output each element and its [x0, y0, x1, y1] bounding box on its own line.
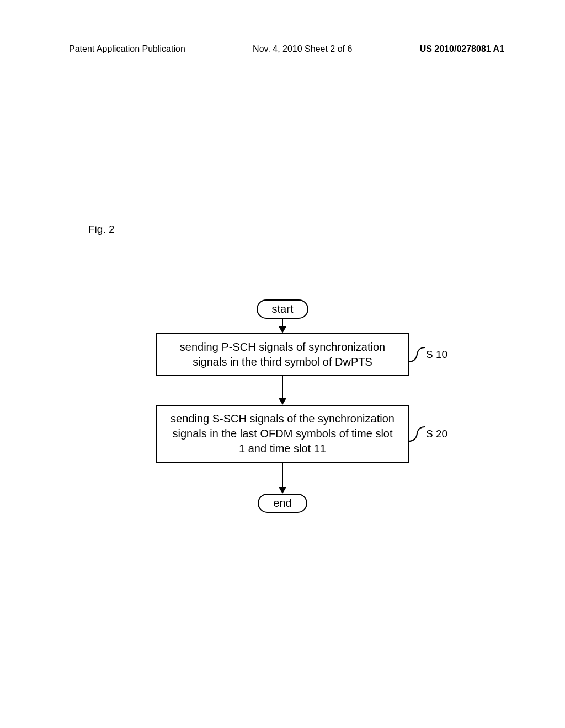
page-header: Patent Application Publication Nov. 4, 2… — [0, 44, 565, 54]
arrow-icon — [279, 319, 286, 333]
step-1-tag: S 10 — [408, 346, 447, 363]
header-center-text: Nov. 4, 2010 Sheet 2 of 6 — [253, 44, 352, 54]
step-2-tag-text: S 20 — [426, 427, 447, 441]
header-right-text: US 2010/0278081 A1 — [420, 44, 504, 54]
flowchart-step-2: sending S-SCH signals of the synchroniza… — [156, 405, 409, 463]
arrow-icon — [279, 463, 286, 494]
flowchart-step-2-text: sending S-SCH signals of the synchroniza… — [170, 413, 395, 454]
figure-label: Fig. 2 — [88, 223, 115, 235]
flowchart: start sending P-SCH signals of synchroni… — [145, 299, 420, 513]
connector-curve-icon — [408, 346, 425, 363]
flowchart-start: start — [257, 299, 309, 319]
arrow-icon — [279, 376, 286, 405]
step-2-tag: S 20 — [408, 426, 447, 442]
connector-curve-icon — [408, 426, 425, 442]
flowchart-step-1: sending P-SCH signals of synchronization… — [156, 333, 409, 376]
step-1-tag-text: S 10 — [426, 347, 447, 362]
header-left-text: Patent Application Publication — [69, 44, 185, 54]
flowchart-end: end — [258, 494, 307, 513]
flowchart-step-1-text: sending P-SCH signals of synchronization… — [180, 341, 385, 368]
